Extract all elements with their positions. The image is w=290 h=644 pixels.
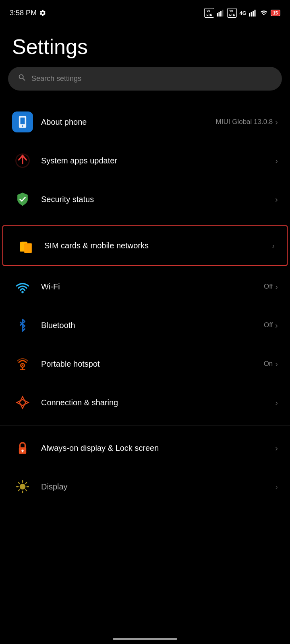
about-phone-icon [12, 111, 33, 132]
security-status-icon [12, 189, 33, 210]
svg-point-24 [22, 364, 24, 366]
settings-item-display[interactable]: Display › [0, 467, 290, 506]
security-status-right: › [275, 195, 278, 204]
display-icon [12, 476, 33, 497]
connection-sharing-label: Connection & sharing [41, 398, 275, 407]
4g-icon: 4G [239, 10, 246, 16]
hotspot-label: Portable hotspot [41, 359, 264, 369]
time-text: 3:58 PM [10, 9, 37, 17]
connection-sharing-right: › [275, 398, 278, 407]
sim-cards-icon [15, 235, 36, 256]
settings-item-security-status[interactable]: Security status › [0, 180, 290, 219]
always-on-display-label: Always-on display & Lock screen [41, 444, 275, 453]
display-chevron: › [275, 482, 278, 491]
about-phone-sublabel: MIUI Global 13.0.8 [216, 118, 273, 126]
svg-rect-4 [249, 13, 250, 17]
svg-rect-1 [218, 12, 220, 17]
settings-item-wifi[interactable]: Wi-Fi Off › [0, 267, 290, 306]
wifi-icon [12, 276, 33, 297]
divider-2 [0, 425, 290, 425]
svg-rect-7 [254, 10, 255, 17]
bluetooth-label: Bluetooth [41, 321, 264, 330]
system-apps-updater-right: › [275, 156, 278, 165]
hotspot-text: Portable hotspot [41, 359, 264, 369]
about-phone-label: About phone [41, 118, 216, 127]
always-on-display-icon [12, 438, 33, 458]
hotspot-status: On [264, 360, 273, 368]
svg-point-19 [21, 291, 24, 293]
hotspot-chevron: › [275, 359, 278, 369]
page-title: Settings [0, 23, 290, 67]
display-right: › [275, 482, 278, 491]
always-on-display-text: Always-on display & Lock screen [41, 444, 275, 453]
settings-gear-icon [39, 9, 46, 17]
search-bar[interactable]: Search settings [8, 67, 282, 91]
wifi-chevron: › [275, 282, 278, 291]
wifi-status: Off [264, 283, 273, 291]
svg-rect-5 [251, 12, 252, 17]
wifi-label: Wi-Fi [41, 282, 264, 291]
about-phone-chevron: › [275, 118, 278, 127]
volte2-icon: VoLTE [227, 8, 237, 17]
search-icon [18, 73, 27, 84]
connection-sharing-text: Connection & sharing [41, 398, 275, 407]
system-apps-updater-text: System apps updater [41, 156, 275, 165]
bluetooth-status: Off [264, 321, 273, 329]
status-time: 3:58 PM [10, 9, 46, 17]
sim-cards-right: › [272, 241, 275, 250]
sim-cards-text: SIM cards & mobile networks [44, 241, 272, 250]
settings-item-about-phone[interactable]: About phone MIUI Global 13.0.8 › [0, 103, 290, 141]
hotspot-icon [12, 353, 33, 374]
status-bar: 3:58 PM VoLTE VoLTE 4G 15 [0, 0, 290, 23]
svg-rect-3 [222, 10, 223, 17]
display-label: Display [41, 482, 275, 491]
settings-item-always-on-display[interactable]: Always-on display & Lock screen › [0, 429, 290, 467]
system-apps-updater-chevron: › [275, 156, 278, 165]
display-text: Display [41, 482, 275, 491]
settings-item-sim-cards[interactable]: SIM cards & mobile networks › [3, 226, 287, 265]
settings-item-hotspot[interactable]: Portable hotspot On › [0, 345, 290, 383]
bluetooth-icon [12, 315, 33, 336]
hotspot-right: On › [264, 359, 278, 369]
always-on-display-right: › [275, 444, 278, 453]
search-placeholder: Search settings [31, 74, 81, 83]
settings-item-bluetooth[interactable]: Bluetooth Off › [0, 306, 290, 345]
bottom-nav-bar [113, 638, 177, 640]
bluetooth-chevron: › [275, 321, 278, 330]
svg-point-11 [22, 125, 23, 127]
battery-icon: 15 [271, 10, 280, 16]
volte1-icon: VoLTE [204, 8, 214, 17]
svg-point-31 [20, 484, 26, 490]
wifi-status-icon [259, 9, 268, 17]
svg-rect-6 [253, 11, 254, 17]
security-status-chevron: › [275, 195, 278, 204]
security-status-text: Security status [41, 195, 275, 204]
system-apps-updater-icon [12, 150, 33, 171]
signal-bars-1 [217, 9, 225, 17]
status-icons: VoLTE VoLTE 4G 15 [204, 8, 280, 17]
connection-sharing-icon [12, 392, 33, 413]
settings-item-connection-sharing[interactable]: Connection & sharing › [0, 383, 290, 422]
svg-rect-10 [21, 118, 25, 124]
bluetooth-text: Bluetooth [41, 321, 264, 330]
signal-bars-2 [249, 9, 257, 17]
system-apps-updater-label: System apps updater [41, 156, 275, 165]
security-status-label: Security status [41, 195, 275, 204]
svg-rect-2 [220, 11, 222, 17]
sim-cards-label: SIM cards & mobile networks [44, 241, 272, 250]
svg-rect-29 [22, 450, 23, 452]
always-on-display-chevron: › [275, 444, 278, 453]
connection-sharing-chevron: › [275, 398, 278, 407]
settings-item-system-apps-updater[interactable]: System apps updater › [0, 141, 290, 180]
wifi-right: Off › [264, 282, 278, 291]
svg-rect-0 [217, 13, 218, 17]
wifi-text: Wi-Fi [41, 282, 264, 291]
about-phone-right: MIUI Global 13.0.8 › [216, 118, 278, 127]
sim-cards-chevron: › [272, 241, 275, 250]
divider-1 [0, 222, 290, 222]
bluetooth-right: Off › [264, 321, 278, 330]
about-phone-text: About phone [41, 118, 216, 127]
